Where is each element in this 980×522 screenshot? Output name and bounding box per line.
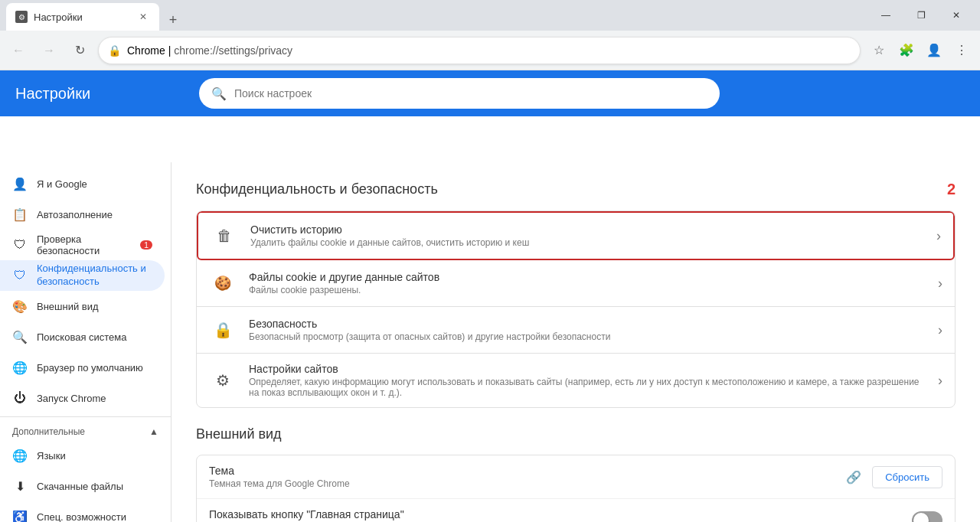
- sidebar-item-browser[interactable]: 🌐 Браузер по умолчанию: [0, 352, 165, 383]
- content-area: Конфиденциальность и безопасность 2 🗑 Оч…: [172, 162, 980, 522]
- forward-button[interactable]: →: [37, 38, 61, 63]
- new-tab-button[interactable]: +: [162, 9, 184, 31]
- bookmark-icon[interactable]: ☆: [867, 38, 891, 63]
- privacy-card: 🗑 Очистить историю Удалить файлы cookie …: [196, 210, 956, 408]
- person-icon: 👤: [12, 176, 28, 191]
- menu-icon[interactable]: ⋮: [949, 38, 974, 63]
- home-button-row[interactable]: Показывать кнопку "Главная страница" Отк…: [197, 499, 955, 522]
- extensions-icon[interactable]: 🧩: [894, 38, 919, 63]
- sidebar-label-autofill: Автозаполнение: [37, 209, 113, 220]
- sidebar-item-languages[interactable]: 🌐 Языки: [0, 440, 165, 471]
- back-button[interactable]: ←: [6, 38, 31, 63]
- cookies-item[interactable]: 🍪 Файлы cookie и другие данные сайтов Фа…: [197, 260, 955, 307]
- theme-title: Тема: [209, 465, 841, 477]
- sidebar-label-accessibility: Спец. возможности: [37, 511, 126, 523]
- sidebar: 👤 Я и Google 📋 Автозаполнение 🛡 Проверка…: [0, 162, 172, 522]
- browser-icon: 🌐: [12, 360, 28, 375]
- active-tab[interactable]: ⚙ Настройки ✕: [6, 3, 159, 31]
- sliders-icon: ⚙: [209, 367, 237, 394]
- close-button[interactable]: ✕: [939, 3, 974, 28]
- site-settings-desc: Определяет, какую информацию могут испол…: [249, 377, 926, 398]
- sidebar-label-browser: Браузер по умолчанию: [37, 362, 143, 374]
- sidebar-item-privacy[interactable]: 🛡 Конфиденциальность и безопасность: [0, 260, 165, 291]
- sidebar-item-appearance[interactable]: 🎨 Внешний вид: [0, 291, 165, 321]
- advanced-label: Дополнительные: [12, 426, 85, 437]
- minimize-button[interactable]: —: [868, 3, 903, 28]
- security-title: Безопасность: [249, 318, 926, 330]
- sidebar-item-accessibility[interactable]: ♿ Спец. возможности: [0, 501, 165, 522]
- reset-theme-button[interactable]: Сбросить: [872, 466, 942, 488]
- sidebar-divider: [0, 416, 171, 417]
- trash-icon: 🗑: [211, 222, 238, 250]
- theme-actions: 🔗 Сбросить: [841, 465, 942, 489]
- arrow-icon: ›: [936, 228, 941, 244]
- security-text: Безопасность Безопасный просмотр (защита…: [249, 318, 926, 342]
- search-input[interactable]: [234, 87, 707, 100]
- maximize-button[interactable]: ❐: [903, 3, 939, 28]
- clear-history-desc: Удалить файлы cookie и данные сайтов, оч…: [250, 237, 924, 248]
- tab-title: Настройки: [34, 11, 83, 23]
- search-nav-icon: 🔍: [12, 329, 28, 344]
- secure-icon: 🔒: [108, 44, 121, 57]
- privacy-icon: 🛡: [12, 268, 28, 283]
- external-link-button[interactable]: 🔗: [841, 465, 866, 489]
- sidebar-label-appearance: Внешний вид: [37, 301, 99, 312]
- privacy-section-title: Конфиденциальность и безопасность 2: [196, 181, 956, 198]
- sidebar-item-ya-google[interactable]: 👤 Я и Google: [0, 168, 165, 199]
- clear-history-title: Очистить историю: [250, 223, 924, 236]
- sidebar-item-downloads[interactable]: ⬇ Скачанные файлы: [0, 471, 165, 501]
- security-item[interactable]: 🔒 Безопасность Безопасный просмотр (защи…: [197, 307, 955, 354]
- security-desc: Безопасный просмотр (защита от опасных с…: [249, 331, 926, 342]
- toolbar-icons: ☆ 🧩 👤 ⋮: [867, 38, 974, 63]
- appearance-card: Тема Темная тема для Google Chrome 🔗 Сбр…: [196, 455, 956, 522]
- home-button-title: Показывать кнопку "Главная страница": [209, 508, 912, 520]
- cookies-desc: Файлы cookie разрешены.: [249, 285, 926, 295]
- search-icon: 🔍: [211, 86, 227, 101]
- sidebar-item-safety[interactable]: 🛡 Проверка безопасности 1: [0, 230, 165, 260]
- tab-bar: ⚙ Настройки ✕ + — ❐ ✕: [0, 0, 980, 31]
- sidebar-item-autofill[interactable]: 📋 Автозаполнение: [0, 199, 165, 230]
- theme-text: Тема Темная тема для Google Chrome: [209, 465, 841, 489]
- downloads-icon: ⬇: [12, 478, 28, 494]
- sidebar-item-search[interactable]: 🔍 Поисковая система: [0, 321, 165, 352]
- lock-icon: 🔒: [209, 316, 237, 344]
- safety-badge: 1: [140, 240, 152, 250]
- main-container: 👤 Я и Google 📋 Автозаполнение 🛡 Проверка…: [0, 162, 980, 522]
- chevron-up-icon: ▲: [149, 426, 158, 437]
- search-box[interactable]: 🔍: [199, 78, 720, 109]
- languages-icon: 🌐: [12, 448, 28, 463]
- cookie-icon: 🍪: [209, 269, 237, 297]
- window-controls: — ❐ ✕: [868, 3, 974, 31]
- appearance-icon: 🎨: [12, 299, 28, 314]
- site-settings-item[interactable]: ⚙ Настройки сайтов Определяет, какую инф…: [197, 354, 955, 407]
- site-settings-title: Настройки сайтов: [249, 363, 926, 375]
- home-button-toggle[interactable]: [912, 511, 942, 522]
- address-bar: ← → ↻ 🔒 Chrome | chrome://settings/priva…: [0, 31, 980, 70]
- sidebar-label-privacy: Конфиденциальность и безопасность: [37, 263, 152, 289]
- theme-row[interactable]: Тема Темная тема для Google Chrome 🔗 Сбр…: [197, 455, 955, 499]
- tab-close-button[interactable]: ✕: [136, 10, 150, 24]
- clear-history-item[interactable]: 🗑 Очистить историю Удалить файлы cookie …: [197, 211, 955, 260]
- arrow-icon-3: ›: [938, 322, 942, 338]
- arrow-icon-2: ›: [938, 276, 942, 292]
- url-bar[interactable]: 🔒 Chrome | chrome://settings/privacy: [98, 37, 861, 64]
- advanced-section-toggle[interactable]: Дополнительные ▲: [0, 420, 171, 440]
- cookies-title: Файлы cookie и другие данные сайтов: [249, 271, 926, 283]
- settings-title: Настройки: [15, 85, 168, 103]
- refresh-button[interactable]: ↻: [67, 38, 92, 63]
- clear-history-text: Очистить историю Удалить файлы cookie и …: [250, 223, 924, 248]
- sidebar-item-startup[interactable]: ⏻ Запуск Chrome: [0, 383, 165, 413]
- sidebar-label-startup: Запуск Chrome: [37, 393, 106, 404]
- cookies-text: Файлы cookie и другие данные сайтов Файл…: [249, 271, 926, 295]
- autofill-icon: 📋: [12, 207, 28, 222]
- sidebar-label-safety: Проверка безопасности: [37, 233, 128, 256]
- url-display: Chrome | chrome://settings/privacy: [127, 44, 292, 57]
- sidebar-label-languages: Языки: [37, 450, 66, 462]
- profile-icon[interactable]: 👤: [922, 38, 946, 63]
- accessibility-icon: ♿: [12, 509, 28, 522]
- theme-desc: Темная тема для Google Chrome: [209, 478, 841, 489]
- privacy-badge: 2: [947, 181, 956, 198]
- sidebar-label-downloads: Скачанные файлы: [37, 481, 123, 492]
- appearance-section-title: Внешний вид: [196, 426, 956, 442]
- shield-icon: 🛡: [12, 237, 28, 253]
